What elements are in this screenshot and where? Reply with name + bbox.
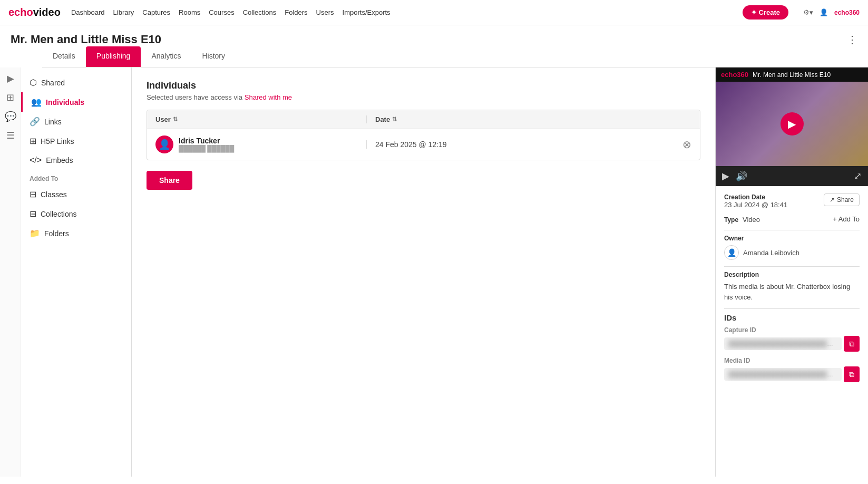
- list-icon[interactable]: ☰: [6, 130, 15, 141]
- grid-icon[interactable]: ⊞: [6, 92, 14, 103]
- sidebar-item-folders[interactable]: 📁 Folders: [21, 224, 131, 243]
- echo360-logo: echo360: [721, 71, 748, 79]
- divider: [724, 230, 860, 230]
- share-panel-icon: ↗: [830, 196, 835, 204]
- sidebar-item-links[interactable]: 🔗 Links: [21, 112, 131, 131]
- sidebar-item-collections[interactable]: ⊟ Collections: [21, 204, 131, 224]
- h5p-icon: ⊞: [30, 136, 36, 146]
- table-row: 👤 Idris Tucker ██████ ██████ 24 Feb 2025…: [147, 129, 700, 160]
- user-sort-icon[interactable]: ⇅: [173, 116, 178, 123]
- sidebar-item-h5p-links[interactable]: ⊞ H5P Links: [21, 131, 131, 151]
- owner-label: Owner: [724, 235, 860, 242]
- play-control-button[interactable]: ▶: [722, 170, 729, 182]
- copy-media-id-button[interactable]: ⧉: [844, 366, 860, 382]
- divider3: [724, 308, 860, 309]
- avatar: 👤: [155, 135, 173, 153]
- video-panel-title: Mr. Men and Little Miss E10: [753, 71, 831, 79]
- tab-publishing[interactable]: Publishing: [86, 46, 141, 67]
- video-title-bar: echo360 Mr. Men and Little Miss E10: [716, 67, 868, 82]
- classes-icon: ⊟: [30, 189, 36, 199]
- media-id-value: ████████████████████████...: [724, 368, 842, 381]
- ids-label: IDs: [724, 313, 860, 322]
- owner-row: 👤 Amanda Leibovich: [724, 245, 860, 260]
- type-value: Video: [743, 216, 760, 224]
- logo: echovideo: [8, 6, 61, 18]
- tab-details[interactable]: Details: [42, 46, 86, 67]
- user-profile-icon[interactable]: 👤: [820, 8, 828, 16]
- copy-capture-id-button[interactable]: ⧉: [844, 336, 860, 352]
- sidebar-label-classes: Classes: [41, 190, 67, 199]
- creation-date-label: Creation Date: [724, 193, 787, 201]
- nav-captures[interactable]: Captures: [142, 8, 170, 16]
- media-id-row: ████████████████████████... ⧉: [724, 366, 860, 382]
- content-area: Individuals Selected users have access v…: [132, 67, 715, 477]
- icon-column: ▶ ⊞ 💬 ☰: [0, 67, 21, 477]
- ids-section: Capture ID ████████████████████████... ⧉…: [724, 326, 860, 382]
- tabs-container: Details Publishing Analytics History: [0, 46, 868, 67]
- sidebar-label-h5p: H5P Links: [41, 137, 74, 146]
- create-button[interactable]: ✦ Create: [743, 5, 788, 20]
- sidebar-label-embeds: Embeds: [46, 156, 73, 164]
- nav-imports-exports[interactable]: Imports/Exports: [343, 8, 391, 16]
- share-button[interactable]: Share: [147, 171, 192, 190]
- media-icon[interactable]: ▶: [7, 73, 14, 84]
- expand-button[interactable]: ⤢: [854, 170, 862, 182]
- tab-history[interactable]: History: [191, 46, 236, 67]
- nav-right: ⚙▾ 👤 echo360: [803, 8, 860, 16]
- nav-dashboard[interactable]: Dashboard: [71, 8, 105, 16]
- page-title: Mr. Men and Little Miss E10: [11, 33, 161, 46]
- top-nav: echovideo Dashboard Library Captures Roo…: [0, 0, 868, 25]
- sidebar-item-shared[interactable]: ⬡ Shared: [21, 73, 131, 92]
- nav-collections[interactable]: Collections: [243, 8, 277, 16]
- nav-users[interactable]: Users: [316, 8, 334, 16]
- user-email: ██████ ██████: [179, 145, 234, 152]
- share-panel-button[interactable]: ↗ Share: [824, 193, 860, 206]
- volume-button[interactable]: 🔊: [736, 170, 747, 182]
- panel-body: Creation Date 23 Jul 2024 @ 18:41 ↗ Shar…: [716, 186, 868, 395]
- tab-analytics[interactable]: Analytics: [141, 46, 191, 67]
- shared-icon: ⬡: [30, 78, 37, 88]
- capture-id-value: ████████████████████████...: [724, 337, 842, 350]
- sidebar-item-embeds[interactable]: </> Embeds: [21, 151, 131, 170]
- owner-name: Amanda Leibovich: [743, 249, 799, 257]
- remove-user-button[interactable]: ⊗: [682, 138, 691, 151]
- capture-id-row: ████████████████████████... ⧉: [724, 336, 860, 352]
- nav-courses[interactable]: Courses: [209, 8, 234, 16]
- embeds-icon: </>: [30, 156, 42, 165]
- settings-icon[interactable]: ⚙▾: [803, 8, 813, 16]
- creation-date-row: Creation Date 23 Jul 2024 @ 18:41 ↗ Shar…: [724, 193, 860, 209]
- video-preview: ▶: [716, 82, 868, 166]
- sidebar-item-individuals[interactable]: 👥 Individuals: [21, 92, 131, 112]
- folders-icon: 📁: [30, 228, 40, 238]
- divider2: [724, 266, 860, 267]
- table-header: User ⇅ Date ⇅: [147, 110, 700, 129]
- media-id-label: Media ID: [724, 357, 860, 364]
- individuals-table: User ⇅ Date ⇅ 👤 Idris Tucker ██████ ████…: [147, 110, 700, 160]
- logo-echo: echo: [8, 6, 33, 18]
- play-button[interactable]: ▶: [781, 112, 804, 135]
- add-to-button[interactable]: + Add To: [833, 215, 860, 223]
- nav-rooms[interactable]: Rooms: [179, 8, 200, 16]
- right-panel: echo360 Mr. Men and Little Miss E10 ▶ ▶ …: [715, 67, 868, 477]
- more-options-icon[interactable]: ⋮: [847, 33, 857, 46]
- nav-links: Dashboard Library Captures Rooms Courses…: [71, 8, 391, 16]
- type-label: Type: [724, 216, 738, 224]
- description-label: Description: [724, 271, 860, 278]
- shared-with-me-link[interactable]: Shared with me: [245, 93, 292, 101]
- collections-icon: ⊟: [30, 209, 36, 219]
- date-sort-icon[interactable]: ⇅: [392, 116, 397, 123]
- video-controls: ▶ 🔊 ⤢: [716, 166, 868, 186]
- sidebar-item-classes[interactable]: ⊟ Classes: [21, 185, 131, 204]
- individuals-icon: 👥: [31, 97, 42, 107]
- nav-library[interactable]: Library: [113, 8, 134, 16]
- tabs-row: Details Publishing Analytics History: [42, 46, 868, 67]
- col-user: User ⇅: [155, 115, 366, 123]
- chat-icon[interactable]: 💬: [5, 111, 16, 122]
- sidebar-label-folders: Folders: [44, 229, 69, 238]
- main-layout: ▶ ⊞ 💬 ☰ ⬡ Shared 👥 Individuals 🔗 Links ⊞…: [0, 67, 868, 477]
- user-info: Idris Tucker ██████ ██████: [179, 137, 234, 152]
- action-cell: ⊗: [586, 138, 691, 151]
- nav-folders[interactable]: Folders: [285, 8, 307, 16]
- sidebar-label-shared: Shared: [41, 79, 65, 87]
- user-cell: 👤 Idris Tucker ██████ ██████: [155, 135, 366, 153]
